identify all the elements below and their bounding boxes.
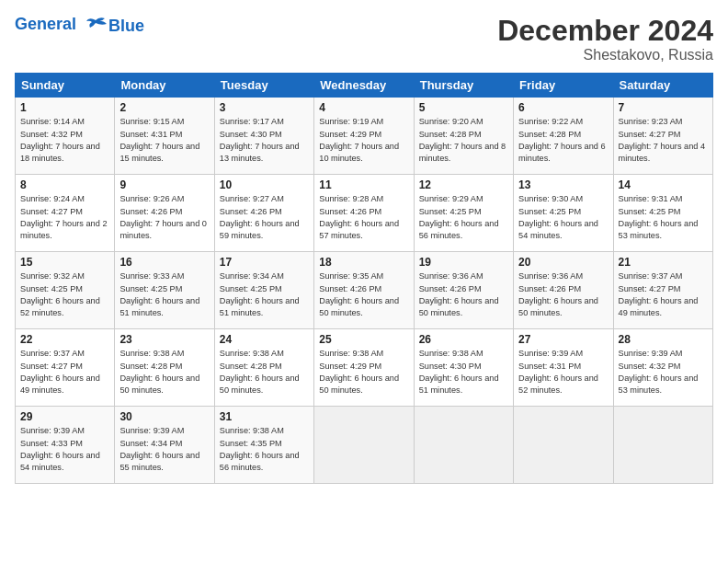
calendar-cell bbox=[314, 407, 414, 484]
location-subtitle: Shestakovo, Russia bbox=[497, 47, 713, 63]
day-info: Sunrise: 9:23 AMSunset: 4:27 PMDaylight:… bbox=[619, 116, 708, 165]
day-info: Sunrise: 9:24 AMSunset: 4:27 PMDaylight:… bbox=[20, 193, 109, 242]
calendar-cell: 8Sunrise: 9:24 AMSunset: 4:27 PMDaylight… bbox=[16, 175, 115, 252]
day-number: 3 bbox=[220, 101, 309, 114]
day-info: Sunrise: 9:39 AMSunset: 4:32 PMDaylight:… bbox=[619, 348, 708, 396]
calendar-cell: 18Sunrise: 9:35 AMSunset: 4:26 PMDayligh… bbox=[314, 252, 414, 329]
day-info: Sunrise: 9:26 AMSunset: 4:26 PMDaylight:… bbox=[119, 193, 209, 242]
day-info: Sunrise: 9:19 AMSunset: 4:29 PMDaylight:… bbox=[319, 116, 408, 165]
month-title: December 2024 bbox=[497, 15, 713, 47]
day-info: Sunrise: 9:20 AMSunset: 4:28 PMDaylight:… bbox=[419, 116, 508, 165]
calendar-cell bbox=[613, 407, 712, 484]
calendar-cell: 6Sunrise: 9:22 AMSunset: 4:28 PMDaylight… bbox=[514, 98, 613, 175]
calendar-header-row: SundayMondayTuesdayWednesdayThursdayFrid… bbox=[16, 74, 713, 98]
calendar-header-thursday: Thursday bbox=[414, 74, 513, 98]
day-number: 1 bbox=[20, 101, 109, 114]
calendar-cell: 28Sunrise: 9:39 AMSunset: 4:32 PMDayligh… bbox=[613, 329, 712, 407]
calendar-cell: 3Sunrise: 9:17 AMSunset: 4:30 PMDaylight… bbox=[214, 98, 313, 175]
day-number: 10 bbox=[220, 178, 309, 191]
day-info: Sunrise: 9:14 AMSunset: 4:32 PMDaylight:… bbox=[20, 116, 109, 165]
day-number: 28 bbox=[619, 333, 708, 346]
day-number: 13 bbox=[518, 178, 608, 191]
day-info: Sunrise: 9:32 AMSunset: 4:25 PMDaylight:… bbox=[20, 270, 109, 319]
day-info: Sunrise: 9:38 AMSunset: 4:28 PMDaylight:… bbox=[220, 348, 309, 396]
day-number: 2 bbox=[119, 101, 209, 114]
day-info: Sunrise: 9:37 AMSunset: 4:27 PMDaylight:… bbox=[619, 270, 708, 319]
day-info: Sunrise: 9:22 AMSunset: 4:28 PMDaylight:… bbox=[518, 116, 608, 165]
title-block: December 2024 Shestakovo, Russia bbox=[497, 15, 713, 63]
day-number: 18 bbox=[319, 256, 408, 269]
calendar-week-row: 1Sunrise: 9:14 AMSunset: 4:32 PMDaylight… bbox=[16, 98, 713, 175]
calendar-cell: 21Sunrise: 9:37 AMSunset: 4:27 PMDayligh… bbox=[613, 252, 712, 329]
day-number: 24 bbox=[220, 333, 309, 346]
calendar-header-wednesday: Wednesday bbox=[314, 74, 414, 98]
calendar-week-row: 29Sunrise: 9:39 AMSunset: 4:33 PMDayligh… bbox=[16, 407, 713, 484]
calendar-cell: 20Sunrise: 9:36 AMSunset: 4:26 PMDayligh… bbox=[514, 252, 613, 329]
day-number: 17 bbox=[220, 256, 309, 269]
day-number: 20 bbox=[518, 256, 608, 269]
logo-line2: Blue bbox=[108, 17, 144, 35]
calendar-week-row: 8Sunrise: 9:24 AMSunset: 4:27 PMDaylight… bbox=[16, 175, 713, 252]
day-info: Sunrise: 9:29 AMSunset: 4:25 PMDaylight:… bbox=[419, 193, 508, 242]
calendar-cell: 31Sunrise: 9:38 AMSunset: 4:35 PMDayligh… bbox=[214, 407, 313, 484]
logo: General Blue bbox=[15, 15, 144, 36]
day-number: 16 bbox=[119, 256, 209, 269]
logo-bird-icon bbox=[83, 17, 108, 35]
calendar-cell: 17Sunrise: 9:34 AMSunset: 4:25 PMDayligh… bbox=[214, 252, 313, 329]
day-number: 9 bbox=[119, 178, 209, 191]
day-info: Sunrise: 9:37 AMSunset: 4:27 PMDaylight:… bbox=[20, 348, 109, 396]
day-info: Sunrise: 9:38 AMSunset: 4:35 PMDaylight:… bbox=[220, 425, 309, 474]
day-info: Sunrise: 9:39 AMSunset: 4:33 PMDaylight:… bbox=[20, 425, 109, 474]
day-number: 12 bbox=[419, 178, 508, 191]
calendar-cell: 29Sunrise: 9:39 AMSunset: 4:33 PMDayligh… bbox=[16, 407, 115, 484]
day-number: 27 bbox=[518, 333, 608, 346]
calendar-cell: 13Sunrise: 9:30 AMSunset: 4:25 PMDayligh… bbox=[514, 175, 613, 252]
calendar-cell: 16Sunrise: 9:33 AMSunset: 4:25 PMDayligh… bbox=[115, 252, 214, 329]
calendar-cell bbox=[514, 407, 613, 484]
calendar-cell: 11Sunrise: 9:28 AMSunset: 4:26 PMDayligh… bbox=[314, 175, 414, 252]
calendar-cell: 22Sunrise: 9:37 AMSunset: 4:27 PMDayligh… bbox=[16, 329, 115, 407]
calendar-cell: 25Sunrise: 9:38 AMSunset: 4:29 PMDayligh… bbox=[314, 329, 414, 407]
calendar-cell: 19Sunrise: 9:36 AMSunset: 4:26 PMDayligh… bbox=[414, 252, 513, 329]
day-number: 11 bbox=[319, 178, 408, 191]
day-number: 25 bbox=[319, 333, 408, 346]
calendar-cell: 23Sunrise: 9:38 AMSunset: 4:28 PMDayligh… bbox=[115, 329, 214, 407]
day-number: 21 bbox=[619, 256, 708, 269]
day-number: 5 bbox=[419, 101, 508, 114]
day-info: Sunrise: 9:34 AMSunset: 4:25 PMDaylight:… bbox=[220, 270, 309, 319]
calendar-cell: 7Sunrise: 9:23 AMSunset: 4:27 PMDaylight… bbox=[613, 98, 712, 175]
day-info: Sunrise: 9:15 AMSunset: 4:31 PMDaylight:… bbox=[119, 116, 209, 165]
calendar-cell: 14Sunrise: 9:31 AMSunset: 4:25 PMDayligh… bbox=[613, 175, 712, 252]
calendar-cell: 1Sunrise: 9:14 AMSunset: 4:32 PMDaylight… bbox=[16, 98, 115, 175]
day-number: 31 bbox=[220, 410, 309, 423]
day-number: 7 bbox=[619, 101, 708, 114]
calendar-cell: 15Sunrise: 9:32 AMSunset: 4:25 PMDayligh… bbox=[16, 252, 115, 329]
day-number: 23 bbox=[119, 333, 209, 346]
calendar-cell: 5Sunrise: 9:20 AMSunset: 4:28 PMDaylight… bbox=[414, 98, 513, 175]
day-info: Sunrise: 9:33 AMSunset: 4:25 PMDaylight:… bbox=[119, 270, 209, 319]
day-info: Sunrise: 9:38 AMSunset: 4:28 PMDaylight:… bbox=[119, 348, 209, 396]
day-info: Sunrise: 9:30 AMSunset: 4:25 PMDaylight:… bbox=[518, 193, 608, 242]
day-info: Sunrise: 9:31 AMSunset: 4:25 PMDaylight:… bbox=[619, 193, 708, 242]
day-number: 4 bbox=[319, 101, 408, 114]
day-info: Sunrise: 9:36 AMSunset: 4:26 PMDaylight:… bbox=[518, 270, 608, 319]
page-header: General Blue December 2024 Shestakovo, R… bbox=[15, 15, 713, 63]
day-info: Sunrise: 9:17 AMSunset: 4:30 PMDaylight:… bbox=[220, 116, 309, 165]
calendar-cell: 27Sunrise: 9:39 AMSunset: 4:31 PMDayligh… bbox=[514, 329, 613, 407]
day-info: Sunrise: 9:36 AMSunset: 4:26 PMDaylight:… bbox=[419, 270, 508, 319]
calendar-cell: 12Sunrise: 9:29 AMSunset: 4:25 PMDayligh… bbox=[414, 175, 513, 252]
calendar-table: SundayMondayTuesdayWednesdayThursdayFrid… bbox=[15, 73, 713, 484]
day-info: Sunrise: 9:27 AMSunset: 4:26 PMDaylight:… bbox=[220, 193, 309, 242]
day-number: 22 bbox=[20, 333, 109, 346]
calendar-header-sunday: Sunday bbox=[16, 74, 115, 98]
day-number: 8 bbox=[20, 178, 109, 191]
day-info: Sunrise: 9:39 AMSunset: 4:31 PMDaylight:… bbox=[518, 348, 608, 396]
calendar-cell: 24Sunrise: 9:38 AMSunset: 4:28 PMDayligh… bbox=[214, 329, 313, 407]
calendar-cell: 4Sunrise: 9:19 AMSunset: 4:29 PMDaylight… bbox=[314, 98, 414, 175]
calendar-week-row: 22Sunrise: 9:37 AMSunset: 4:27 PMDayligh… bbox=[16, 329, 713, 407]
calendar-cell: 30Sunrise: 9:39 AMSunset: 4:34 PMDayligh… bbox=[115, 407, 214, 484]
day-info: Sunrise: 9:38 AMSunset: 4:29 PMDaylight:… bbox=[319, 348, 408, 396]
calendar-header-friday: Friday bbox=[514, 74, 613, 98]
calendar-week-row: 15Sunrise: 9:32 AMSunset: 4:25 PMDayligh… bbox=[16, 252, 713, 329]
day-number: 26 bbox=[419, 333, 508, 346]
